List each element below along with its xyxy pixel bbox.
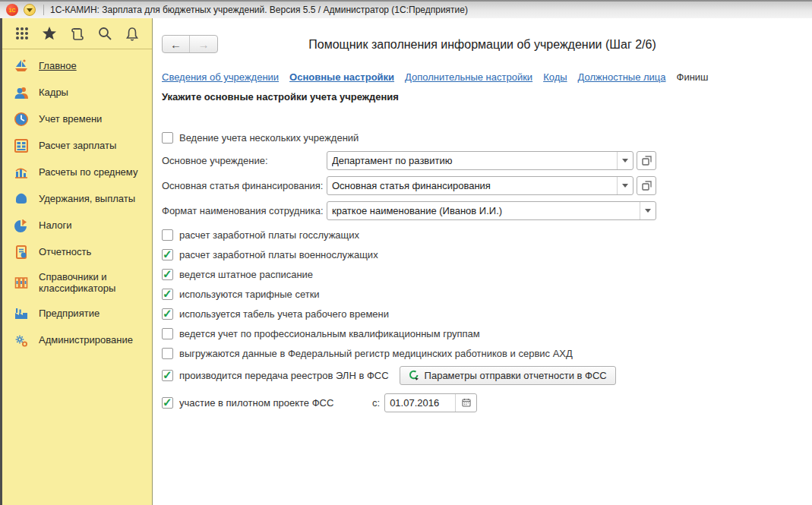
favorites-star-icon[interactable] (40, 24, 58, 43)
main-institution-input[interactable] (327, 152, 617, 169)
pie-chart-flag-icon (14, 218, 29, 233)
dropdown-button[interactable] (617, 152, 633, 169)
forward-button[interactable]: → (190, 36, 217, 52)
pkg-checkbox[interactable]: ✓ (162, 328, 173, 339)
wizard-tabs: Сведения об учреждении Основные настройк… (162, 71, 812, 83)
fss-settings-button[interactable]: Параметры отправки отчетности в ФСС (400, 366, 616, 385)
sidebar-item-uchet-vremeni[interactable]: Учет времени (2, 106, 152, 132)
checkbox-label: расчет заработной платы госслужащих (179, 229, 359, 241)
tab-svedeniya[interactable]: Сведения об учреждении (162, 71, 279, 83)
sidebar-item-label: Учет времени (39, 113, 102, 125)
civil-servants-row: ✓ расчет заработной платы госслужащих (162, 229, 812, 241)
tab-dolzhnostnye-litsa[interactable]: Должностные лица (578, 71, 666, 83)
checkbox-label: производится передача реестров ЭЛН в ФСС (179, 370, 389, 381)
gears-icon (14, 333, 29, 348)
app-window: 1С 1С-КАМИН: Зарплата для бюджетных учре… (0, 0, 812, 505)
check-icon: ✓ (163, 307, 172, 320)
refresh-green-icon (409, 370, 419, 380)
multi-org-checkbox[interactable]: ✓ (162, 132, 173, 144)
sidebar-item-nalogi[interactable]: Налоги (2, 212, 152, 238)
multi-org-row: ✓ Ведение учета нескольких учреждений (162, 131, 812, 144)
checkbox-label: выгружаются данные в Федеральный регистр… (179, 348, 573, 359)
date-prefix-label: с: (372, 397, 380, 409)
chevron-down-icon (622, 159, 628, 163)
financing-item-row: Основная статья финансирования: (162, 175, 812, 195)
sidebar-item-label: Предприятие (39, 308, 100, 319)
sidebar-item-administrirovanie[interactable]: Администрирование (2, 327, 152, 353)
calendar-button[interactable] (455, 394, 476, 412)
eln-fss-checkbox[interactable]: ✓ (162, 370, 173, 381)
tab-dopolnitelnye-nastroyki[interactable]: Дополнительные настройки (405, 71, 532, 83)
employee-name-format-combo (327, 201, 656, 220)
arrow-right-icon: → (198, 38, 210, 51)
financing-item-combo (327, 176, 633, 195)
binders-icon (14, 275, 29, 290)
open-button[interactable] (637, 151, 656, 170)
title-bar: 1С 1С-КАМИН: Зарплата для бюджетных учре… (0, 0, 812, 18)
app-body: Главное Кадры Учет времени (0, 18, 812, 505)
checkbox-label: ведется учет по профессиональным квалифи… (179, 328, 480, 339)
timesheet-checkbox[interactable]: ✓ (162, 308, 173, 320)
military-row: ✓ расчет заработной платы военнослужащих (162, 248, 812, 261)
system-menu-button[interactable] (24, 4, 36, 16)
check-icon: ✓ (163, 267, 172, 280)
titlebar-divider (43, 5, 44, 15)
fss-pilot-checkbox[interactable]: ✓ (162, 397, 173, 409)
sidebar-item-label: Удержания, выплаты (39, 193, 135, 204)
window-title: 1С-КАМИН: Зарплата для бюджетных учрежде… (50, 5, 468, 15)
open-button[interactable] (637, 176, 656, 195)
financing-item-input[interactable] (327, 177, 617, 194)
federal-register-row: ✓ выгружаются данные в Федеральный регис… (162, 347, 812, 360)
eln-fss-row: ✓ производится передача реестров ЭЛН в Ф… (162, 365, 812, 385)
dropdown-button[interactable] (617, 177, 633, 194)
military-checkbox[interactable]: ✓ (162, 249, 173, 260)
field-label: Основная статья финансирования: (162, 180, 327, 191)
sidebar-menu: Главное Кадры Учет времени (2, 49, 152, 353)
check-icon: ✓ (163, 368, 172, 381)
sidebar-item-label: Администрирование (39, 334, 133, 346)
sidebar-item-label: Налоги (39, 219, 72, 231)
main-content: ← → Помощник заполнения информации об уч… (153, 18, 812, 505)
sidebar-item-uderzhaniya-vyplaty[interactable]: Удержания, выплаты (2, 185, 152, 212)
pilot-date-input[interactable] (385, 394, 455, 412)
chevron-down-icon (645, 209, 651, 213)
sidebar-item-kadry[interactable]: Кадры (2, 79, 152, 106)
sidebar-item-predpriyatie[interactable]: Предприятие (2, 300, 152, 327)
abacus-icon (14, 138, 29, 153)
notifications-bell-icon[interactable] (123, 24, 141, 43)
dropdown-button[interactable] (640, 202, 656, 219)
1c-logo-icon: 1С (6, 4, 18, 16)
employee-name-format-input[interactable] (327, 202, 640, 219)
back-button[interactable]: ← (163, 36, 190, 52)
open-link-icon (642, 181, 652, 191)
checkbox-label: ведется штатное расписание (179, 269, 313, 280)
sidebar-item-otchetnost[interactable]: Отчетность (2, 238, 152, 265)
sidebar-item-glavnoe[interactable]: Главное (2, 52, 152, 79)
sidebar-item-spravochniki[interactable]: Справочники и классификаторы (2, 265, 152, 300)
employee-name-format-row: Формат наименования сотрудника: (162, 200, 812, 220)
history-scroll-icon[interactable] (68, 24, 87, 43)
staffing-table-row: ✓ ведется штатное расписание (162, 268, 812, 281)
bar-chart-icon (14, 165, 29, 180)
staffing-table-checkbox[interactable]: ✓ (162, 269, 173, 280)
sidebar: Главное Кадры Учет времени (0, 18, 153, 505)
purse-icon (14, 191, 29, 207)
sidebar-item-label: Расчеты по среднему (39, 166, 137, 178)
sidebar-item-label: Главное (39, 60, 77, 71)
tab-kody[interactable]: Коды (543, 71, 567, 83)
settings-form: ✓ Ведение учета нескольких учреждений Ос… (162, 131, 812, 412)
sidebar-item-raschety-po-srednemu[interactable]: Расчеты по среднему (2, 159, 152, 185)
form-heading: Укажите основные настройки учета учрежде… (162, 91, 812, 103)
checkbox-label: используется табель учета рабочего време… (179, 308, 389, 320)
search-icon[interactable] (96, 24, 114, 43)
check-icon: ✓ (163, 396, 172, 409)
civil-servants-checkbox[interactable]: ✓ (162, 229, 173, 241)
tariff-scales-checkbox[interactable]: ✓ (162, 289, 173, 300)
chevron-down-icon (622, 184, 628, 188)
apps-grid-icon[interactable] (13, 24, 31, 43)
sidebar-item-raschet-zarplaty[interactable]: Расчет зарплаты (2, 132, 152, 159)
federal-register-checkbox[interactable]: ✓ (162, 348, 173, 359)
page-title: Помощник заполнения информации об учрежд… (153, 35, 812, 55)
fss-settings-button-label: Параметры отправки отчетности в ФСС (425, 370, 607, 381)
tab-osnovnye-nastroyki[interactable]: Основные настройки (289, 71, 394, 83)
